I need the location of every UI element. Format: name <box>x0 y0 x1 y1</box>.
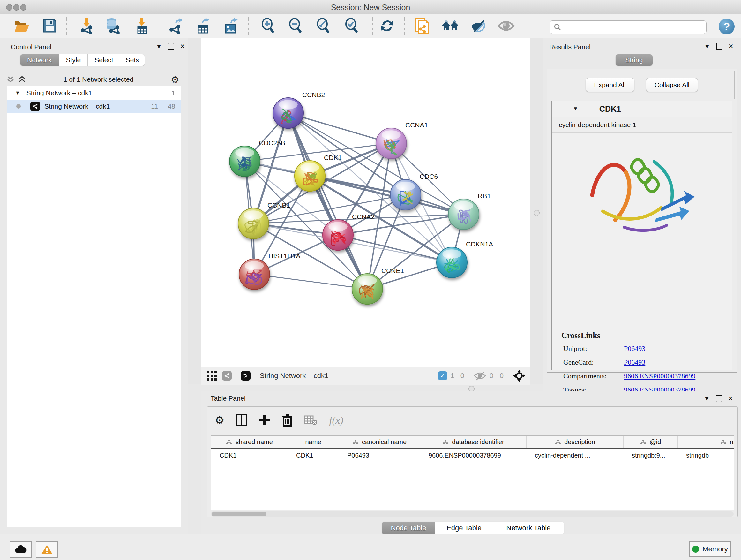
zoom-in-icon[interactable] <box>259 17 277 35</box>
tab-edge-table[interactable]: Edge Table <box>435 522 493 535</box>
network-node-CCNA1[interactable] <box>376 128 407 159</box>
string-view-icon[interactable] <box>222 371 232 381</box>
column-header--id[interactable]: @id <box>623 436 678 448</box>
crosslink-link[interactable]: P06493 <box>624 345 645 353</box>
collection-expander-icon[interactable]: ▼ <box>15 90 20 96</box>
show-all-icon[interactable] <box>497 17 515 35</box>
hide-selected-icon[interactable] <box>469 17 487 35</box>
section-expander-icon[interactable]: ▼ <box>573 106 578 112</box>
tab-sets[interactable]: Sets <box>120 54 145 66</box>
table-options-gear-icon[interactable]: ⚙ <box>215 414 224 427</box>
network-node-CCNE1[interactable] <box>352 273 383 304</box>
network-node-CDC25B[interactable] <box>229 146 260 177</box>
first-neighbors-icon[interactable] <box>442 17 460 35</box>
zoom-out-icon[interactable] <box>286 17 305 35</box>
right-splitter[interactable] <box>530 38 543 384</box>
panel-menu-icon[interactable]: ▼ <box>156 43 162 50</box>
export-image-icon[interactable] <box>222 17 240 35</box>
crosslink-link[interactable]: 9606.ENSP00000378699 <box>624 372 695 380</box>
hidden-eye-icon[interactable] <box>474 371 486 381</box>
protein-card-header[interactable]: ▼ CDK1 <box>552 101 732 117</box>
network-node-CDK1[interactable] <box>294 161 325 191</box>
save-session-icon[interactable] <box>41 17 59 35</box>
network-row-selected[interactable]: String Network – cdk1 11 48 <box>7 100 181 113</box>
table-cell[interactable]: stringdb <box>678 452 734 459</box>
table-cell[interactable]: cyclin-dependent ... <box>527 452 623 459</box>
crosslink-link[interactable]: P06493 <box>624 358 645 367</box>
function-builder-icon[interactable]: f(x) <box>329 415 343 426</box>
expand-all-button[interactable]: Expand All <box>586 78 634 92</box>
network-node-CDKN1A[interactable] <box>436 247 467 278</box>
network-node-CCNB1[interactable] <box>238 208 269 239</box>
warnings-button[interactable] <box>36 541 58 558</box>
network-canvas[interactable]: CCNB2CCNA1CDC25BCDK1CDC6RB1CCNB1CCNA2CDK… <box>201 38 530 367</box>
column-header-namespace[interactable]: namespace <box>678 436 734 448</box>
table-cell[interactable]: P06493 <box>339 452 420 459</box>
table-cell[interactable]: CDK1 <box>211 452 288 459</box>
open-session-icon[interactable] <box>13 17 30 35</box>
panel-float-icon[interactable] <box>716 43 723 50</box>
panel-close-icon[interactable]: ✕ <box>180 43 185 50</box>
network-node-HIST1H1A[interactable] <box>239 259 270 290</box>
panel-menu-icon[interactable]: ▼ <box>704 43 711 50</box>
panel-float-icon[interactable] <box>716 395 722 402</box>
column-header-name[interactable]: name <box>288 436 339 448</box>
column-header-database-identifier[interactable]: database identifier <box>420 436 527 448</box>
zoom-selected-icon[interactable] <box>343 17 360 35</box>
open-in-window-icon[interactable] <box>241 371 251 381</box>
search-input[interactable] <box>549 20 706 34</box>
network-options-gear-icon[interactable]: ⚙ <box>171 74 179 85</box>
panel-menu-icon[interactable]: ▼ <box>704 395 710 402</box>
left-splitter[interactable] <box>188 38 201 384</box>
delete-column-icon[interactable] <box>282 414 293 427</box>
column-header-shared-name[interactable]: shared name <box>211 436 288 448</box>
show-columns-icon[interactable] <box>236 414 247 427</box>
node-label-CCNA1: CCNA1 <box>405 121 428 129</box>
selected-checkbox-icon[interactable]: ✓ <box>438 371 447 380</box>
clone-network-icon[interactable] <box>413 17 431 35</box>
birdseye-toggle-icon[interactable] <box>513 369 526 382</box>
network-node-CCNA2[interactable] <box>323 220 353 250</box>
help-button[interactable]: ? <box>719 18 735 35</box>
network-graph[interactable]: CCNB2CCNA1CDC25BCDK1CDC6RB1CCNB1CCNA2CDK… <box>201 38 530 367</box>
network-collection-row[interactable]: ▼ String Network – cdk1 1 <box>7 86 181 100</box>
memory-button[interactable]: Memory <box>689 541 731 557</box>
table-row[interactable]: CDK1CDK1P064939606.ENSP00000378699cyclin… <box>211 449 734 462</box>
import-database-icon[interactable] <box>104 17 122 35</box>
collapse-all-button[interactable]: Collapse All <box>646 78 698 92</box>
node-label-CCNE1: CCNE1 <box>381 267 404 274</box>
table-cell[interactable]: 9606.ENSP00000378699 <box>420 452 527 459</box>
panel-float-icon[interactable] <box>168 43 174 50</box>
refresh-icon[interactable] <box>378 17 396 35</box>
panel-close-icon[interactable]: ✕ <box>728 395 733 402</box>
import-table-icon[interactable] <box>133 17 151 35</box>
splitter-handle[interactable] <box>534 210 540 216</box>
column-header-description[interactable]: description <box>527 436 623 448</box>
cloud-button[interactable] <box>10 541 32 558</box>
panel-close-icon[interactable]: ✕ <box>728 43 734 50</box>
zoom-fit-icon[interactable] <box>314 17 332 35</box>
grid-view-icon[interactable] <box>206 370 218 381</box>
table-horizontal-scrollbar[interactable] <box>211 511 734 516</box>
tab-network[interactable]: Network <box>20 54 59 66</box>
add-column-icon[interactable] <box>259 415 270 426</box>
collapse-all-icon[interactable] <box>6 75 15 84</box>
network-node-CDC6[interactable] <box>390 179 421 210</box>
network-node-CCNB2[interactable] <box>273 98 304 128</box>
column-header-canonical-name[interactable]: canonical name <box>339 436 420 448</box>
delete-table-icon[interactable] <box>304 415 318 426</box>
tab-select[interactable]: Select <box>88 54 120 66</box>
tab-network-table[interactable]: Network Table <box>493 522 564 535</box>
table-cell[interactable]: CDK1 <box>288 452 339 459</box>
export-table-icon[interactable] <box>194 17 212 35</box>
tab-node-table[interactable]: Node Table <box>382 522 435 535</box>
import-network-icon[interactable] <box>77 17 95 35</box>
tab-style[interactable]: Style <box>59 54 88 66</box>
expand-all-icon[interactable] <box>18 75 26 84</box>
network-node-RB1[interactable] <box>448 199 479 230</box>
table-cell[interactable]: stringdb:9... <box>623 452 678 459</box>
export-network-icon[interactable] <box>167 17 185 35</box>
scrollbar-thumb[interactable] <box>212 512 266 516</box>
network-tree: ▼ String Network – cdk1 1 String Network… <box>7 86 181 527</box>
tab-string[interactable]: String <box>616 54 653 66</box>
